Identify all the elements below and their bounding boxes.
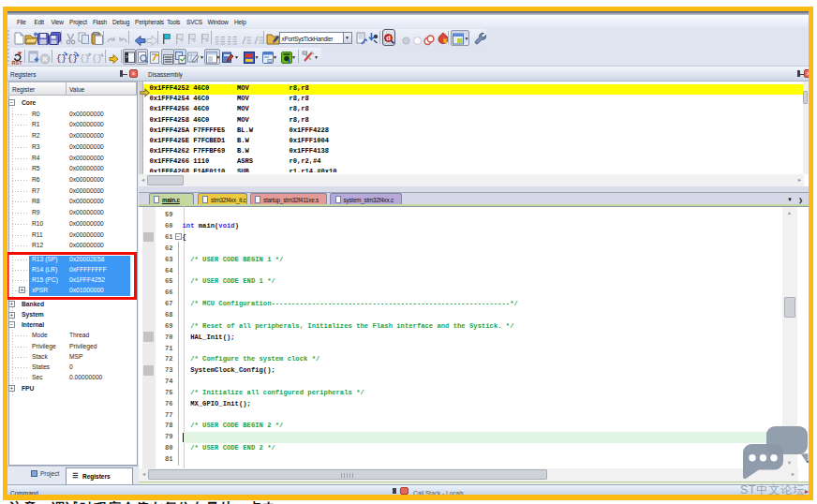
svg-text:{}: {}	[67, 53, 78, 63]
svg-text:RST: RST	[12, 59, 23, 65]
svg-text:{}: {}	[92, 53, 102, 63]
svg-text:{}: {}	[56, 53, 67, 63]
svg-text:{}: {}	[80, 53, 90, 63]
svg-text:d: d	[386, 34, 391, 42]
